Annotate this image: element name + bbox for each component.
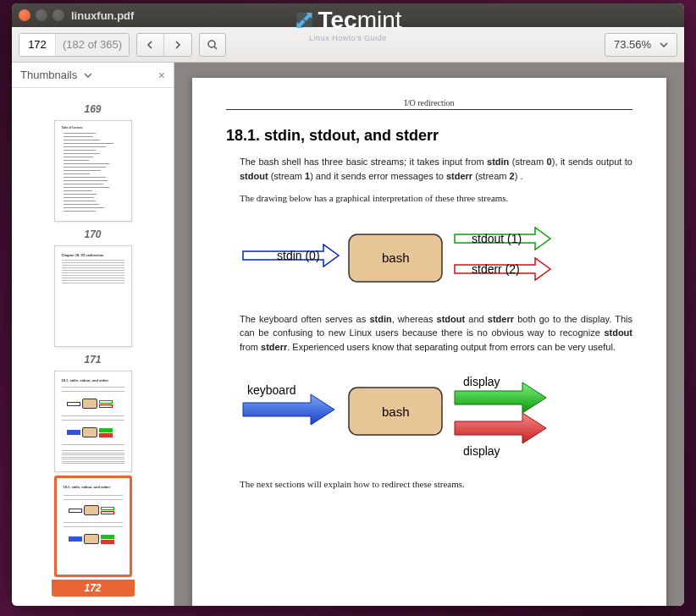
page-area[interactable]: I/O redirection 18.1. stdin, stdout, and… [174,63,684,606]
svg-point-0 [208,41,215,47]
thumbnail[interactable]: 18.1. stdin, stdout, and stderr [54,371,132,472]
page-selector: (182 of 365) [19,33,130,57]
chevron-down-icon [660,42,668,47]
paragraph: The bash shell has three basic streams; … [240,155,632,183]
chevron-down-icon[interactable] [84,73,92,78]
sidebar-title: Thumbnails [20,69,77,81]
svg-text:stdin (0): stdin (0) [277,249,320,262]
svg-text:bash: bash [382,404,410,419]
paragraph: The drawing below has a graphical interp… [240,191,632,206]
thumbnails-sidebar: Thumbnails × 169Table of Contents170Chap… [12,63,174,606]
thumbnail[interactable]: Table of Contents [54,120,132,222]
maximize-icon[interactable] [52,9,64,21]
thumb-page-number: 170 [12,228,174,240]
svg-text:display: display [463,444,500,458]
keyboard-display-diagram: keyboard bash display display [226,374,565,459]
svg-text:stdout (1): stdout (1) [472,232,522,245]
svg-text:keyboard: keyboard [247,383,296,397]
close-sidebar-button[interactable]: × [158,69,165,82]
section-title: 18.1. stdin, stdout, and stderr [226,127,632,145]
svg-text:bash: bash [382,250,410,265]
close-icon[interactable] [19,9,30,21]
zoom-select[interactable]: 73.56% [605,33,677,57]
page-header: I/O redirection [226,98,632,110]
thumbnail[interactable]: 18.1. stdin, stdout, and stderr [54,476,132,577]
stdin-stdout-diagram: stdin (0) bash stdout (1) stderr (2) [226,226,565,294]
next-page-button[interactable] [164,34,191,56]
paragraph: The keyboard often serves as stdin, wher… [240,312,632,355]
watermark: Tecmint Linux Howto's Guide [294,7,401,42]
thumb-page-number: 172 [52,580,135,597]
svg-text:display: display [463,375,500,388]
pdf-viewer-window: linuxfun.pdf (182 of 365) 73.56% Thumbna… [12,3,684,606]
search-button[interactable] [199,33,226,57]
paragraph: The next sections will explain how to re… [240,477,632,492]
svg-text:stderr (2): stderr (2) [472,262,520,276]
thumb-page-number: 169 [12,103,174,115]
pdf-page: I/O redirection 18.1. stdin, stdout, and… [192,78,666,606]
minimize-icon[interactable] [36,9,47,21]
page-total: (182 of 365) [55,34,129,56]
thumb-page-number: 171 [12,354,174,366]
window-title: linuxfun.pdf [71,9,134,22]
prev-page-button[interactable] [137,34,164,56]
thumbnail[interactable]: Chapter 18. I/O redirection [54,245,132,347]
page-input[interactable] [19,34,55,56]
